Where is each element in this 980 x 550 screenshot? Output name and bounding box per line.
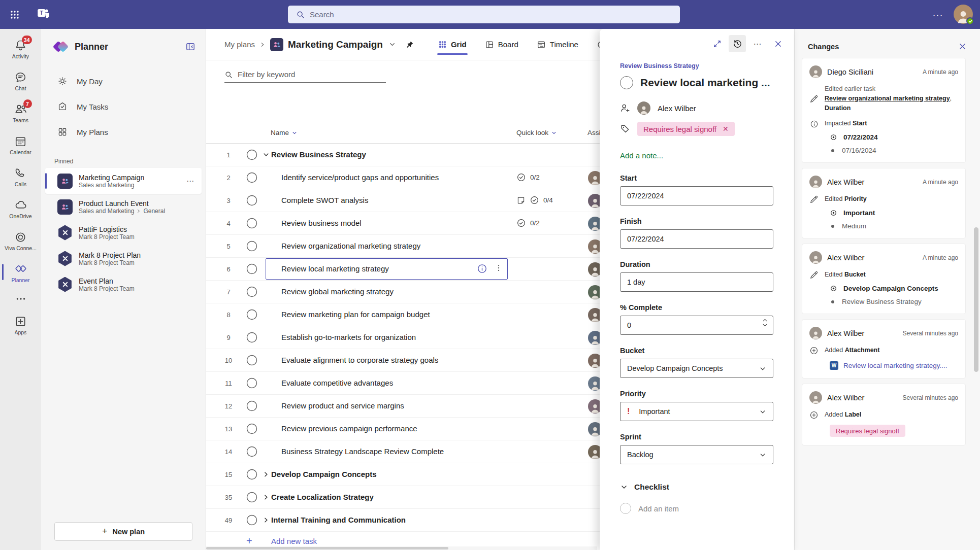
sidebar-item-my-tasks[interactable]: My Tasks — [41, 94, 206, 119]
start-field[interactable] — [620, 186, 773, 205]
chevron-right-icon[interactable] — [263, 471, 270, 478]
checklist-section-toggle[interactable]: Checklist — [620, 483, 773, 492]
task-progress-circle[interactable] — [246, 286, 257, 297]
checklist-add-item[interactable]: Add an item — [620, 503, 773, 514]
task-progress-circle[interactable] — [246, 514, 257, 526]
task-progress-circle[interactable] — [246, 240, 257, 252]
attachment-link[interactable]: Review local marketing strategy.... — [843, 362, 948, 369]
task-name[interactable]: Establish go-to-markets for organization — [281, 333, 416, 341]
remove-label-icon[interactable]: ✕ — [723, 125, 729, 133]
task-progress-circle[interactable] — [246, 263, 257, 274]
task-name[interactable]: Develop Campaign Concepts — [271, 470, 377, 478]
info-icon[interactable] — [477, 263, 487, 274]
add-note-link[interactable]: Add a note... — [620, 151, 773, 160]
task-progress-circle[interactable] — [246, 195, 257, 206]
column-header-quicklook[interactable]: Quick look — [516, 129, 557, 136]
attachment-link-row[interactable]: W Review local marketing strategy.... — [830, 361, 958, 370]
pinned-plan-event-plan[interactable]: Event Plan Mark 8 Project Team — [45, 271, 202, 297]
task-name[interactable]: Create Localization Strategy — [271, 493, 374, 501]
sidebar-item-my-plans[interactable]: My Plans — [41, 119, 206, 145]
bucket-dropdown[interactable]: Develop Campaign Concepts — [620, 359, 773, 378]
panel-more-icon[interactable]: ⋯ — [749, 35, 766, 52]
task-progress-circle[interactable] — [246, 469, 257, 480]
task-row-49[interactable]: 49 Internal Training and Communication — [206, 509, 607, 532]
task-progress-circle[interactable] — [246, 377, 257, 389]
task-row-8[interactable]: 8 Review marketing plan for campaign bud… — [206, 303, 607, 326]
close-panel-icon[interactable] — [769, 35, 787, 52]
app-launcher-waffle-icon[interactable] — [0, 10, 29, 19]
tab-grid[interactable]: Grid — [438, 29, 467, 60]
task-progress-circle[interactable] — [246, 309, 257, 320]
task-progress-circle[interactable] — [246, 149, 257, 160]
task-row-5[interactable]: 5 Review organizational marketing strate… — [206, 235, 607, 258]
pinned-plan-product-launch-event[interactable]: Product Launch Event Sales and Marketing… — [45, 194, 202, 220]
spinner-down-icon[interactable] — [762, 323, 768, 327]
rail-item-teams[interactable]: 7 Teams — [0, 97, 41, 129]
chevron-right-icon[interactable] — [263, 494, 270, 501]
finish-input[interactable] — [627, 235, 749, 243]
task-row-15[interactable]: 15 Develop Campaign Concepts — [206, 463, 607, 486]
breadcrumb-my-plans[interactable]: My plans — [224, 40, 255, 49]
task-row-35[interactable]: 35 Create Localization Strategy — [206, 486, 607, 509]
column-header-name[interactable]: Name — [271, 129, 298, 136]
parent-group-link[interactable]: Review Business Strategy — [620, 62, 699, 70]
chevron-down-icon[interactable] — [388, 41, 396, 48]
task-name[interactable]: Identify service/product gaps and opport… — [281, 173, 439, 182]
task-progress-circle[interactable] — [246, 172, 257, 183]
new-plan-button[interactable]: + New plan — [54, 522, 192, 541]
rail-item-calendar[interactable]: Calendar — [0, 129, 41, 161]
task-row-13[interactable]: 13 Review previous campaign performance — [206, 418, 607, 440]
task-name[interactable]: Review local marketing strategy — [281, 264, 389, 273]
pin-icon[interactable] — [406, 41, 414, 49]
task-row-10[interactable]: 10 Evaluate alignment to corporate strat… — [206, 349, 607, 372]
topbar-more-icon[interactable]: ... — [933, 8, 943, 19]
task-progress-circle[interactable] — [246, 218, 257, 229]
task-progress-circle[interactable] — [246, 492, 257, 503]
assign-person-icon[interactable] — [620, 103, 630, 113]
task-name[interactable]: Internal Training and Communication — [271, 515, 406, 524]
complete-field[interactable] — [620, 316, 773, 335]
global-search-box[interactable] — [288, 6, 680, 23]
task-name[interactable]: Complete SWOT analysis — [281, 196, 368, 204]
history-icon[interactable] — [729, 35, 746, 52]
task-complete-circle[interactable] — [620, 76, 633, 89]
task-name[interactable]: Evaluate competitive advantages — [281, 379, 393, 387]
tab-timeline[interactable]: Timeline — [537, 29, 578, 60]
task-row-3[interactable]: 3 Complete SWOT analysis 0/4 — [206, 189, 607, 212]
task-row-7[interactable]: 7 Review global marketing strategy — [206, 281, 607, 303]
task-name[interactable]: Evaluate alignment to corporate strategy… — [281, 356, 438, 364]
rail-item-planner[interactable]: Planner — [0, 257, 41, 289]
pinned-plan-pattif-logistics[interactable]: PattiF Logistics Mark 8 Project Team — [45, 220, 202, 246]
rail-item-apps[interactable]: Apps — [0, 309, 41, 341]
search-input[interactable] — [310, 10, 614, 19]
task-name[interactable]: Review marketing plan for campaign budge… — [281, 310, 430, 319]
task-progress-circle[interactable] — [246, 400, 257, 411]
task-progress-circle[interactable] — [246, 423, 257, 434]
complete-input[interactable] — [627, 321, 749, 329]
rail-item-onedrive[interactable]: OneDrive — [0, 193, 41, 225]
rail-item-more[interactable] — [0, 289, 41, 309]
close-changes-icon[interactable] — [958, 42, 967, 51]
task-progress-circle[interactable] — [246, 332, 257, 343]
collapse-sidebar-icon[interactable] — [185, 42, 195, 52]
expand-panel-icon[interactable] — [708, 35, 726, 52]
task-name[interactable]: Review business model — [281, 219, 362, 227]
duration-field[interactable] — [620, 272, 773, 292]
task-progress-circle[interactable] — [246, 355, 257, 366]
duration-input[interactable] — [627, 278, 749, 286]
filter-input[interactable] — [238, 70, 375, 79]
task-name[interactable]: Review global marketing strategy — [281, 287, 394, 296]
task-name[interactable]: Review previous campaign performance — [281, 424, 417, 433]
sprint-dropdown[interactable]: Backlog — [620, 445, 773, 464]
task-row-9[interactable]: 9 Establish go-to-markets for organizati… — [206, 326, 607, 349]
row-more-icon[interactable] — [494, 263, 503, 272]
rail-item-calls[interactable]: Calls — [0, 161, 41, 193]
rail-item-chat[interactable]: Chat — [0, 65, 41, 97]
pinned-plan-mark-8-project-plan[interactable]: Mark 8 Project Plan Mark 8 Project Team — [45, 246, 202, 271]
finish-field[interactable] — [620, 229, 773, 249]
start-input[interactable] — [627, 192, 749, 200]
changes-scrollbar-thumb[interactable] — [974, 227, 978, 372]
chevron-down-icon[interactable] — [263, 151, 270, 158]
spinner-up-icon[interactable] — [762, 318, 768, 322]
chevron-right-icon[interactable] — [263, 517, 270, 524]
